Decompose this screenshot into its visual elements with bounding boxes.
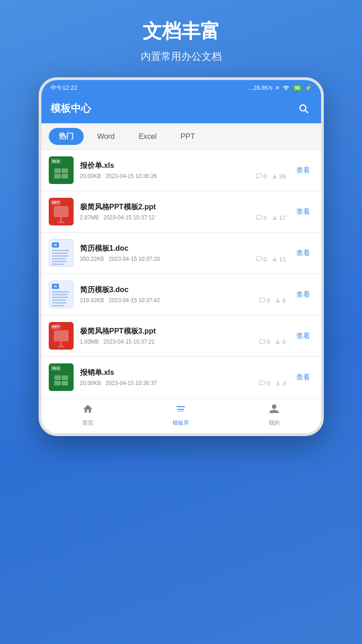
view-button[interactable]: 查看	[293, 247, 314, 259]
file-item: PPT 极简风格PPT模板3.ppt 1.03MB 2023-04-15 10:…	[41, 316, 321, 356]
view-button[interactable]: 查看	[293, 330, 314, 342]
file-size: 219.42KB	[80, 297, 104, 304]
comment-count: 0	[256, 256, 267, 263]
view-button[interactable]: 查看	[293, 206, 314, 218]
file-info: 简历模板3.doc 219.42KB 2023-04-15 10:37:42 0	[80, 285, 286, 304]
xls-file-icon: XLS	[49, 156, 74, 184]
comment-count: 0	[259, 297, 270, 304]
phone-frame: 中午12:22 ....28.8K/s ✕ 96 ⚡ 模板中心 热门 Word …	[39, 77, 324, 436]
svg-rect-5	[259, 298, 265, 302]
download-count: 6	[275, 297, 286, 304]
home-icon	[82, 403, 93, 417]
tab-excel[interactable]: Excel	[128, 129, 167, 144]
app-header-title: 模板中心	[51, 102, 91, 115]
download-count: 17	[271, 214, 286, 221]
download-count: 39	[271, 173, 286, 180]
file-date: 2023-04-15 10:36:37	[106, 380, 157, 386]
file-stats: 0 11	[256, 256, 286, 263]
doc-file-icon: W	[49, 239, 74, 267]
file-stats: 0 5	[259, 339, 286, 345]
svg-line-1	[305, 110, 308, 113]
ppt-file-icon: PPT	[49, 322, 74, 350]
template-icon	[175, 403, 186, 417]
nav-template[interactable]: 模板库	[162, 403, 199, 427]
promo-subtitle: 内置常用办公文档	[141, 50, 222, 63]
file-date: 2023-04-15 10:37:21	[103, 339, 155, 345]
file-meta: 20.00KB 2023-04-15 10:36:37 0	[80, 380, 286, 387]
view-button[interactable]: 查看	[293, 371, 314, 384]
file-info: 极简风格PPT模板3.ppt 1.03MB 2023-04-15 10:37:2…	[80, 327, 286, 345]
file-name: 报销单.xls	[80, 368, 286, 378]
file-list: XLS 报价单.xls 20.00KB 2023-04-15 10:36:26	[41, 150, 321, 397]
file-size: 20.00KB	[80, 380, 101, 386]
app-header: 模板中心	[41, 96, 321, 123]
tab-word[interactable]: Word	[87, 129, 125, 144]
file-name: 简历模板1.doc	[80, 244, 286, 253]
nav-home-label: 首页	[82, 419, 93, 427]
file-stats: 0 6	[259, 297, 286, 304]
file-item: XLS 报销单.xls 20.00KB 2023-04-15 10:36:37	[41, 357, 321, 397]
file-date: 2023-04-15 10:37:42	[109, 297, 160, 304]
svg-rect-2	[256, 174, 262, 178]
download-count: 11	[271, 256, 286, 263]
file-name: 极简风格PPT模板3.ppt	[80, 327, 286, 336]
file-name: 报价单.xls	[80, 161, 286, 171]
download-count: 3	[275, 380, 286, 387]
file-item: W 简历模板3.doc 219.42KB 2023-04-15 10:37:42	[41, 274, 321, 315]
network-icon: ✕	[275, 85, 280, 91]
tab-ppt[interactable]: PPT	[171, 129, 205, 144]
svg-rect-7	[259, 381, 265, 385]
svg-rect-3	[256, 215, 262, 219]
search-button[interactable]	[295, 100, 312, 117]
file-date: 2023-04-15 10:37:28	[109, 256, 160, 262]
file-size: 2.87MB	[80, 214, 99, 221]
file-date: 2023-04-15 10:36:26	[106, 173, 157, 179]
xls-file-icon: XLS	[49, 363, 74, 391]
file-stats: 0 17	[256, 214, 286, 221]
status-bar: 中午12:22 ....28.8K/s ✕ 96 ⚡	[41, 80, 321, 96]
promo-section: 文档丰富 内置常用办公文档	[141, 18, 222, 63]
ppt-file-icon: PPT	[49, 198, 74, 225]
comment-count: 0	[256, 173, 267, 180]
file-info: 报价单.xls 20.00KB 2023-04-15 10:36:26 0	[80, 161, 286, 180]
view-button[interactable]: 查看	[293, 288, 314, 301]
file-stats: 0 39	[256, 173, 286, 180]
file-size: 20.00KB	[80, 173, 101, 179]
mine-icon	[269, 403, 280, 417]
file-name: 简历模板3.doc	[80, 285, 286, 295]
tabs-bar: 热门 Word Excel PPT	[41, 123, 321, 150]
file-stats: 0 3	[259, 380, 286, 387]
battery-icon: 96	[293, 85, 302, 91]
file-meta: 1.03MB 2023-04-15 10:37:21 0	[80, 339, 286, 345]
charging-icon: ⚡	[305, 85, 312, 91]
svg-rect-4	[256, 257, 262, 260]
svg-rect-6	[259, 339, 265, 343]
file-date: 2023-04-15 10:37:12	[103, 214, 155, 221]
file-meta: 350.22KB 2023-04-15 10:37:28 0	[80, 256, 286, 263]
file-item: XLS 报价单.xls 20.00KB 2023-04-15 10:36:26	[41, 150, 321, 190]
comment-count: 0	[259, 380, 270, 387]
file-item: W 简历模板1.doc 350.22KB 2023-04-15 10:37:28	[41, 233, 321, 273]
nav-mine-label: 我的	[269, 419, 280, 427]
tab-hot[interactable]: 热门	[49, 128, 84, 145]
nav-home[interactable]: 首页	[69, 403, 106, 427]
comment-count: 0	[259, 339, 270, 345]
status-time: 中午12:22	[51, 84, 78, 92]
file-size: 1.03MB	[80, 339, 99, 345]
doc-file-icon: W	[49, 281, 74, 308]
promo-title: 文档丰富	[141, 18, 222, 44]
file-meta: 219.42KB 2023-04-15 10:37:42 0	[80, 297, 286, 304]
status-right: ....28.8K/s ✕ 96 ⚡	[247, 85, 311, 92]
download-count: 5	[275, 339, 286, 345]
file-name: 极简风格PPT模板2.ppt	[80, 202, 286, 212]
comment-count: 0	[256, 214, 267, 221]
file-item: PPT 极简风格PPT模板2.ppt 2.87MB 2023-04-15 10:…	[41, 191, 321, 232]
file-meta: 2.87MB 2023-04-15 10:37:12 0	[80, 214, 286, 221]
nav-mine[interactable]: 我的	[256, 403, 293, 427]
file-meta: 20.00KB 2023-04-15 10:36:26 0	[80, 173, 286, 180]
bottom-nav: 首页 模板库 我的	[41, 398, 321, 433]
file-size: 350.22KB	[80, 256, 104, 262]
file-info: 报销单.xls 20.00KB 2023-04-15 10:36:37 0	[80, 368, 286, 387]
file-info: 极简风格PPT模板2.ppt 2.87MB 2023-04-15 10:37:1…	[80, 202, 286, 221]
view-button[interactable]: 查看	[293, 164, 314, 177]
